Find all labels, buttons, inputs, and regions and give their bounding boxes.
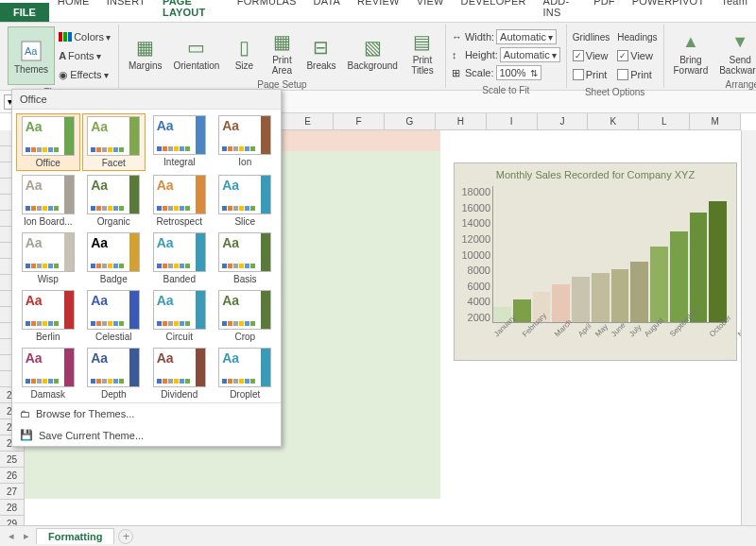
effects-button[interactable]: ◉Effects ▾ <box>59 66 111 83</box>
chart-bar <box>611 269 629 322</box>
theme-circuit[interactable]: AaCircuit <box>147 288 212 344</box>
chart-bar <box>592 273 610 322</box>
orientation-button[interactable]: ▭Orientation <box>168 26 226 77</box>
theme-basis[interactable]: AaBasis <box>214 230 278 286</box>
sheet-tab[interactable]: Formatting <box>36 528 114 544</box>
height-select[interactable]: Automatic▾ <box>500 47 560 62</box>
theme-badge[interactable]: AaBadge <box>82 230 146 286</box>
theme-ion[interactable]: AaIon <box>214 113 278 171</box>
gridlines-print-check[interactable]: Print <box>573 66 610 83</box>
themes-dropdown: Office AaOfficeAaFacetAaIntegralAaIonAaI… <box>11 89 282 447</box>
chart-bar <box>650 247 668 322</box>
file-tab[interactable]: FILE <box>0 3 49 22</box>
theme-slice[interactable]: AaSlice <box>214 173 278 229</box>
themes-section-label: Office <box>12 90 281 110</box>
embedded-chart[interactable]: Monthly Sales Recorded for Company XYZ 1… <box>454 162 737 361</box>
tab-insert[interactable]: INSERT <box>98 0 154 22</box>
row-header[interactable]: 28 <box>0 500 24 516</box>
width-select[interactable]: Automatic▾ <box>496 29 557 44</box>
print_area-button[interactable]: ▦PrintArea <box>263 26 301 77</box>
theme-droplet[interactable]: AaDroplet <box>214 346 278 401</box>
tab-data[interactable]: DATA <box>305 0 350 22</box>
row-header[interactable]: 25 <box>0 452 24 468</box>
x-label: May <box>593 322 610 338</box>
theme-integral[interactable]: AaIntegral <box>147 113 212 171</box>
headings-view-check[interactable]: ✓View <box>617 47 657 64</box>
theme-celestial[interactable]: AaCelestial <box>82 288 146 344</box>
theme-office[interactable]: AaOffice <box>16 113 80 171</box>
chart-bar <box>709 201 727 322</box>
sheet-tab-bar: ◂ ▸ Formatting + <box>0 525 756 546</box>
theme-wisp[interactable]: AaWisp <box>16 230 80 286</box>
group-sheet-options: Gridlines ✓View Print Headings ✓View Pri… <box>567 25 664 88</box>
bring-button[interactable]: ▲BringForward <box>668 26 714 77</box>
group-arrange: ▲BringForward▼SendBackward▥SelectionPane… <box>664 25 756 88</box>
scale-input[interactable]: 100%⇅ <box>496 65 541 80</box>
group-scale: ↔Width:Automatic▾ ↕Height:Automatic▾ ⊞Sc… <box>446 25 567 88</box>
tab-home[interactable]: HOME <box>49 0 98 22</box>
theme-crop[interactable]: AaCrop <box>214 288 278 344</box>
tab-pdf[interactable]: PDF <box>585 0 624 22</box>
chart-bar <box>670 231 688 322</box>
headings-print-check[interactable]: Print <box>617 66 657 83</box>
tab-view[interactable]: VIEW <box>408 0 453 22</box>
margins-button[interactable]: ▦Margins <box>123 26 168 77</box>
theme-facet[interactable]: AaFacet <box>82 113 146 171</box>
x-label: July <box>627 323 643 338</box>
size-button[interactable]: ▯Size <box>225 26 263 77</box>
breaks-button[interactable]: ⊟Breaks <box>301 26 341 77</box>
theme-organic[interactable]: AaOrganic <box>82 173 146 229</box>
tab-add-ins[interactable]: ADD-INS <box>535 0 586 22</box>
browse-themes[interactable]: 🗀Browse for Themes... <box>12 403 281 424</box>
chart-title: Monthly Sales Recorded for Company XYZ <box>455 163 736 186</box>
fonts-button[interactable]: AFonts ▾ <box>59 47 111 64</box>
theme-depth[interactable]: AaDepth <box>82 346 146 401</box>
row-header[interactable]: 27 <box>0 484 24 500</box>
x-label: June <box>610 321 627 339</box>
tab-page-layout[interactable]: PAGE LAYOUT <box>154 0 229 22</box>
tab-powerpivot[interactable]: POWERPIVOT <box>624 0 713 22</box>
theme-damask[interactable]: AaDamask <box>16 346 80 401</box>
send-button[interactable]: ▼SendBackward <box>713 26 756 77</box>
group-page-setup: ▦Margins▭Orientation▯Size▦PrintArea⊟Brea… <box>119 25 446 88</box>
background-button[interactable]: ▧Background <box>342 26 404 77</box>
tab-developer[interactable]: DEVELOPER <box>453 0 535 22</box>
row-header[interactable]: 26 <box>0 468 24 484</box>
theme-ionboard[interactable]: AaIon Board... <box>16 173 80 229</box>
theme-banded[interactable]: AaBanded <box>147 230 212 286</box>
print_titles-button[interactable]: ▤PrintTitles <box>404 26 441 77</box>
tab-formulas[interactable]: FORMULAS <box>229 0 305 22</box>
save-theme[interactable]: 💾Save Current Theme... <box>12 424 281 446</box>
folder-icon: 🗀 <box>20 408 30 419</box>
save-icon: 💾 <box>20 429 33 441</box>
ribbon: Aa Themes Colors ▾ AFonts ▾ ◉Effects ▾ T… <box>0 23 756 91</box>
theme-berlin[interactable]: AaBerlin <box>16 288 80 344</box>
colors-button[interactable]: Colors ▾ <box>59 28 111 45</box>
tab-review[interactable]: REVIEW <box>349 0 408 22</box>
chart-bar <box>630 262 648 322</box>
theme-dividend[interactable]: AaDividend <box>147 346 212 401</box>
tab-team[interactable]: Team <box>713 0 756 22</box>
group-themes: Aa Themes Colors ▾ AFonts ▾ ◉Effects ▾ T… <box>4 25 119 88</box>
theme-retrospect[interactable]: AaRetrospect <box>147 173 212 229</box>
tab-nav-next[interactable]: ▸ <box>21 530 32 542</box>
chart-bar <box>690 213 708 322</box>
gridlines-view-check[interactable]: ✓View <box>573 47 610 64</box>
chart-bar <box>572 277 590 322</box>
themes-button[interactable]: Aa Themes <box>8 26 55 85</box>
x-label: April <box>576 322 593 339</box>
new-sheet-button[interactable]: + <box>118 529 133 544</box>
svg-text:Aa: Aa <box>25 45 38 57</box>
vertical-scrollbar[interactable] <box>741 130 756 525</box>
tab-nav-prev[interactable]: ◂ <box>6 530 17 542</box>
ribbon-tabs: FILE HOMEINSERTPAGE LAYOUTFORMULASDATARE… <box>0 0 756 23</box>
